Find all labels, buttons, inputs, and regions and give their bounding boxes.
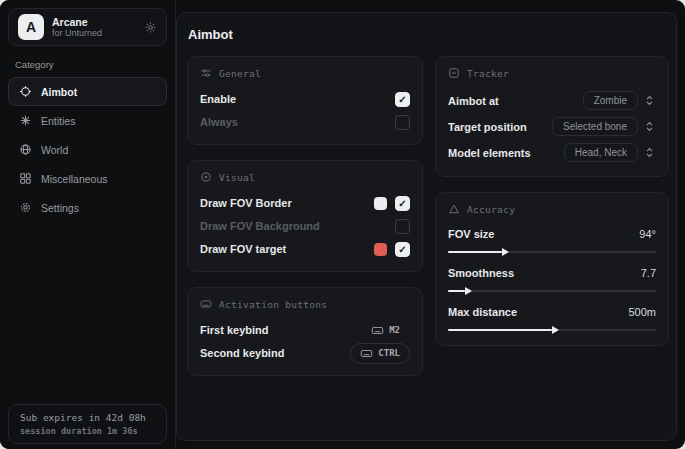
sidebar-item-world[interactable]: World: [8, 135, 167, 164]
visual-card-title: Visual: [200, 171, 410, 183]
model-elements-dropdown[interactable]: Head, Neck: [564, 143, 638, 162]
keyboard-icon: [371, 324, 384, 337]
row-label: Draw FOV Border: [200, 197, 292, 209]
row-label: FOV size: [448, 228, 494, 240]
second-keybind-button[interactable]: CTRL: [350, 343, 410, 364]
sidebar-item-label: World: [41, 144, 68, 156]
content-columns: General Enable ✓ Always ✓: [187, 56, 666, 376]
row-label: Enable: [200, 93, 236, 105]
fov-size-slider[interactable]: [448, 251, 656, 253]
toggle-row-always: Always ✓: [200, 111, 410, 133]
session-duration-text: session duration 1m 36s: [20, 426, 155, 436]
tracker-card: Tracker Aimbot at Zombie: [435, 56, 669, 177]
sliders-icon: [200, 67, 212, 79]
card-title-label: Tracker: [467, 68, 509, 79]
row-label: Smoothness: [448, 267, 514, 279]
slider-row-smoothness: Smoothness 7.7: [448, 263, 656, 292]
keybind-row-second: Second keybind CTRL: [200, 342, 410, 364]
activation-card: Activation buttons First keybind M2: [187, 287, 423, 376]
chevron-updown-icon[interactable]: [643, 94, 656, 107]
row-label: Max distance: [448, 306, 517, 318]
keybind-value: CTRL: [378, 348, 400, 358]
aperture-icon: [200, 171, 212, 183]
dropdown-row-aimbot-at: Aimbot at Zombie: [448, 88, 656, 113]
sidebar-item-entities[interactable]: Entities: [8, 106, 167, 135]
chevron-updown-icon[interactable]: [643, 146, 656, 159]
enable-checkbox[interactable]: ✓: [395, 92, 410, 107]
main-panel: Aimbot General: [176, 12, 677, 441]
grid-icon: [19, 172, 32, 185]
target-position-dropdown[interactable]: Selected bone: [552, 117, 638, 136]
slider-fill[interactable]: [448, 290, 465, 292]
slider-fill[interactable]: [448, 329, 552, 331]
row-label: Target position: [448, 121, 527, 133]
activation-card-title: Activation buttons: [200, 298, 410, 310]
accuracy-card: Accuracy FOV size 94° Smoothness: [435, 192, 669, 346]
app-window: A Arcane for Unturned Category A: [0, 0, 685, 449]
toggle-row-fov-background: Draw FOV Background ✓: [200, 215, 410, 237]
fov-target-checkbox[interactable]: ✓: [395, 242, 410, 257]
keyboard-icon: [360, 347, 373, 360]
fov-background-checkbox[interactable]: ✓: [395, 219, 410, 234]
sidebar-item-miscellaneous[interactable]: Miscellaneous: [8, 164, 167, 193]
toggle-row-enable: Enable ✓: [200, 88, 410, 110]
row-label: First keybind: [200, 324, 268, 336]
gear-icon[interactable]: [144, 21, 157, 34]
scan-minus-icon: [448, 67, 460, 79]
brand-logo: A: [18, 14, 44, 40]
card-title-label: Accuracy: [467, 204, 515, 215]
sidebar-item-settings[interactable]: Settings: [8, 193, 167, 222]
sidebar-item-label: Entities: [41, 115, 75, 127]
card-title-label: General: [219, 68, 261, 79]
row-label: Model elements: [448, 147, 531, 159]
sidebar-item-label: Miscellaneous: [41, 173, 108, 185]
slider-fill[interactable]: [448, 251, 502, 253]
brand-title: Arcane: [52, 16, 102, 28]
tracker-card-title: Tracker: [448, 67, 656, 79]
slider-row-max-distance: Max distance 500m: [448, 302, 656, 331]
sidebar-nav: Aimbot Entities World: [0, 77, 175, 222]
brand-card: A Arcane for Unturned: [8, 8, 167, 46]
card-title-label: Activation buttons: [219, 299, 327, 310]
row-label: Aimbot at: [448, 95, 499, 107]
slider-row-fov-size: FOV size 94°: [448, 224, 656, 253]
first-keybind-button[interactable]: M2: [361, 320, 410, 341]
chevron-updown-icon[interactable]: [643, 120, 656, 133]
dropdown-row-model-elements: Model elements Head, Neck: [448, 140, 656, 165]
slider-value: 7.7: [641, 267, 656, 279]
sidebar: A Arcane for Unturned Category A: [0, 0, 176, 449]
keyboard-icon: [200, 298, 212, 310]
page-title: Aimbot: [188, 27, 666, 42]
slider-value: 500m: [628, 306, 656, 318]
fov-border-color-swatch[interactable]: [374, 197, 387, 210]
entities-icon: [19, 114, 32, 127]
max-distance-slider[interactable]: [448, 329, 656, 331]
toggle-row-fov-target: Draw FOV target ✓: [200, 238, 410, 260]
category-label: Category: [15, 59, 175, 70]
general-card-title: General: [200, 67, 410, 79]
aimbot-at-dropdown[interactable]: Zombie: [583, 91, 638, 110]
brand-text: Arcane for Unturned: [52, 16, 102, 38]
subscription-info-card: Sub expires in 42d 08h session duration …: [8, 404, 167, 444]
row-label: Draw FOV Background: [200, 220, 320, 232]
toggle-row-fov-border: Draw FOV Border ✓: [200, 192, 410, 214]
fov-border-checkbox[interactable]: ✓: [395, 196, 410, 211]
sub-expiry-text: Sub expires in 42d 08h: [20, 412, 155, 423]
crosshair-icon: [19, 85, 32, 98]
sidebar-item-label: Aimbot: [41, 86, 77, 98]
dropdown-row-target-position: Target position Selected bone: [448, 114, 656, 139]
general-card: General Enable ✓ Always ✓: [187, 56, 423, 145]
smoothness-slider[interactable]: [448, 290, 656, 292]
row-label: Second keybind: [200, 347, 284, 359]
always-checkbox[interactable]: ✓: [395, 115, 410, 130]
globe-icon: [19, 143, 32, 156]
fov-target-color-swatch[interactable]: [374, 243, 387, 256]
sidebar-item-aimbot[interactable]: Aimbot: [8, 77, 167, 106]
right-column: Tracker Aimbot at Zombie: [435, 56, 669, 346]
settings-gear-icon: [19, 201, 32, 214]
triangle-icon: [448, 203, 460, 215]
keybind-row-first: First keybind M2: [200, 319, 410, 341]
row-label: Always: [200, 116, 238, 128]
slider-value: 94°: [639, 228, 656, 240]
left-column: General Enable ✓ Always ✓: [187, 56, 423, 376]
